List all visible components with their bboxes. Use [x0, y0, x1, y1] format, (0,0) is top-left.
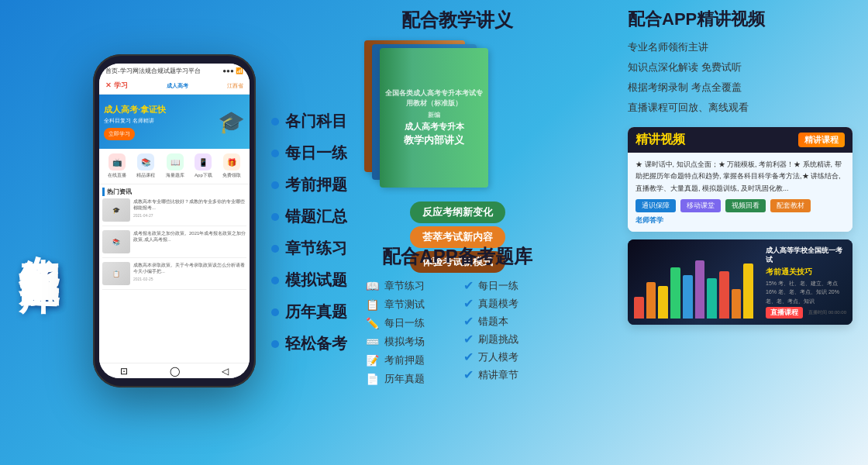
banner-title: 成人高考·拿证快 — [104, 104, 218, 115]
app-features: 专业名师领衔主讲 知识点深化解读 免费试听 根据考纲录制 考点全覆盖 直播课程可… — [628, 37, 852, 118]
bar-6 — [695, 260, 705, 319]
banner-btn[interactable]: 立即学习 — [104, 128, 135, 140]
phone-nav-text: 首页-学习网法规合规试题学习平台 — [105, 67, 201, 75]
bullet-item-1: 各门科目 — [271, 111, 347, 132]
bullet-dot-8 — [271, 340, 279, 348]
phone-mockup: 首页-学习网法规合规试题学习平台 ●●● 📶 ✕ 学习 成人高考 江西省 成人高… — [93, 16, 264, 450]
check-icon-1: ✔ — [463, 278, 474, 293]
bullet-item-7: 历年真题 — [271, 301, 347, 322]
phone-icon-app[interactable]: 📱 App下载 — [195, 153, 212, 179]
phone-product: 成人高考 — [167, 82, 188, 90]
bullet-dot-3 — [271, 181, 279, 189]
check-icon-2: ✔ — [463, 296, 474, 311]
exam-item-5: 📝 考前押题 — [364, 351, 451, 370]
phone-news-section: 热门资讯 🎓 成教高本专业哪些比较好？成教的专业多你的专业哪些都能报考... 2… — [99, 184, 250, 363]
bullet-item-8: 轻松备考 — [271, 333, 347, 354]
bar-1 — [634, 297, 644, 319]
exam-check-3: ✔ 错题本 — [463, 312, 550, 330]
exam-check-1: ✔ 每日一练 — [463, 277, 550, 294]
news-title: 热门资讯 — [102, 188, 246, 196]
exam-grid: 📖 章节练习 📋 章节测试 ✏️ 每日一练 ⌨️ 模拟考场 📝 考前押题 📄 — [364, 277, 550, 388]
news-text-2: 成考报名政策之加分政策。2021年成考报名政策之加分政策,成人高考报... — [133, 230, 246, 253]
phone-nav-bar: ✕ 学习 成人高考 江西省 — [99, 78, 250, 95]
bullet-dot-4 — [271, 213, 279, 221]
exam-icon-1: 📖 — [364, 278, 380, 294]
exam-check-4: ✔ 刷题挑战 — [463, 330, 550, 348]
bar-5 — [683, 275, 693, 319]
feature-3: 根据考纲录制 考点全覆盖 — [628, 78, 852, 98]
textbook-section: 配合教学讲义 全国各类成人高考专升本考试专用教材（标准版） 新编 成人高考专升本… — [364, 8, 550, 273]
bullet-dot-2 — [271, 150, 279, 157]
news-thumb-1: 🎓 — [102, 198, 130, 222]
phone-region: 江西省 — [227, 82, 243, 90]
live-title: 成人高等学校全国统一考试 — [766, 246, 846, 265]
tag-1[interactable]: 通识保障 — [636, 199, 676, 212]
bar-7 — [707, 278, 717, 319]
exam-item-6: 📄 历年真题 — [364, 370, 451, 388]
banner-sub: 全科目复习 名师精讲 — [104, 117, 218, 125]
tag-3[interactable]: 视频回看 — [725, 199, 766, 212]
exam-icon-3: ✏️ — [364, 315, 380, 331]
exam-icon-4: ⌨️ — [364, 334, 380, 350]
bar-4 — [670, 267, 680, 319]
teacher-label: 老师答学 — [636, 215, 845, 226]
feature-1: 专业名师领衔主讲 — [628, 37, 852, 57]
live-text: 15% 考、社、老、建立、考点 16% 老、老、考点、知识 20% 老、老、考点… — [766, 279, 846, 305]
tag-4[interactable]: 配套教材 — [770, 199, 811, 212]
bottom-circle[interactable]: ◯ — [170, 366, 180, 377]
phone-icon-course[interactable]: 📚 精品课程 — [136, 153, 155, 179]
phone-icons-row: 📺 在线直播 📚 精品课程 📖 海量题库 📱 App下载 🎁 免费 — [99, 149, 250, 184]
exam-icon-2: 📋 — [364, 297, 380, 312]
bottom-home[interactable]: ⊡ — [120, 366, 128, 377]
news-item-3[interactable]: 📋 成教高本录取政策。关于今考录取政策该怎么分析请看今天小编手把... 2021… — [102, 262, 246, 290]
phone-icon-live[interactable]: 📺 在线直播 — [108, 153, 126, 179]
check-icon-5: ✔ — [463, 350, 474, 364]
phone-status-bar: 首页-学习网法规合规试题学习平台 ●●● 📶 — [99, 64, 250, 78]
check-icon-4: ✔ — [463, 332, 474, 346]
phone-signal: ●●● 📶 — [222, 67, 243, 74]
book-layer-main: 全国各类成人高考专升本考试专用教材（标准版） 新编 成人高考专升本 教学内部讲义 — [380, 48, 488, 188]
bullet-item-6: 模拟试题 — [271, 270, 347, 291]
banner-icon: 🎓 — [218, 109, 245, 135]
exam-bank-section: 配合APP备考题库 📖 章节练习 📋 章节测试 ✏️ 每日一练 ⌨️ 模拟考场 … — [364, 244, 550, 388]
news-item-1[interactable]: 🎓 成教高本专业哪些比较好？成教的专业多你的专业哪些都能报考... 2021-0… — [102, 198, 246, 226]
video-card-title: 精讲视频 — [636, 132, 685, 148]
bar-8 — [719, 271, 729, 319]
live-card-bg: 成人高等学校全国统一考试 考前通关技巧 15% 考、社、老、建立、考点 16% … — [628, 239, 852, 325]
bottom-back[interactable]: ◁ — [222, 366, 229, 377]
exam-section-title: 配合APP备考题库 — [364, 244, 550, 269]
bullet-dot-1 — [271, 118, 279, 126]
exam-icon-5: 📝 — [364, 353, 380, 368]
check-icon-3: ✔ — [463, 314, 474, 329]
news-thumb-3: 📋 — [102, 262, 130, 285]
news-item-2[interactable]: 📚 成考报名政策之加分政策。2021年成考报名政策之加分政策,成人高考报... — [102, 230, 246, 258]
bar-10 — [743, 264, 753, 319]
exam-check-5: ✔ 万人模考 — [463, 348, 550, 366]
bullet-dot-6 — [271, 277, 279, 284]
video-card: 精讲视频 精讲课程 ★ 课时话中, 知识点全面；★ 万能模板, 考前利器！★ 系… — [628, 127, 852, 232]
phone-hero-banner: 成人高考·拿证快 全科目复习 名师精讲 立即学习 🎓 — [99, 95, 250, 149]
bullet-item-3: 考前押题 — [271, 174, 347, 195]
exam-check-2: ✔ 真题模考 — [463, 294, 550, 312]
exam-check-6: ✔ 精讲章节 — [463, 366, 550, 384]
news-thumb-2: 📚 — [102, 230, 130, 253]
book-stack: 全国各类成人高考专升本考试专用教材（标准版） 新编 成人高考专升本 教学内部讲义 — [364, 40, 504, 195]
tag-2[interactable]: 移动课堂 — [680, 199, 721, 212]
video-card-badge: 精讲课程 — [798, 133, 845, 147]
phone-icon-free[interactable]: 🎁 免费领取 — [222, 153, 241, 179]
bar-3 — [658, 286, 668, 319]
video-card-body: ★ 课时话中, 知识点全面；★ 万能模板, 考前利器！★ 系统精讲, 帮助把握历… — [628, 153, 852, 232]
feature-bullet-list: 各门科目 每日一练 考前押题 错题汇总 章节练习 模拟试题 历年真题 轻松备考 — [271, 111, 347, 354]
news-text-1: 成教高本专业哪些比较好？成教的专业多你的专业哪些都能报考... 2021-04-… — [133, 198, 246, 222]
book-title: 全国各类成人高考专升本考试专用教材（标准版） 新编 成人高考专升本 教学内部讲义 — [380, 85, 488, 150]
feature-2: 知识点深化解读 免费试听 — [628, 57, 852, 78]
video-card-header: 精讲视频 精讲课程 — [628, 127, 852, 153]
bullet-dot-5 — [271, 245, 279, 253]
exam-icon-6: 📄 — [364, 371, 380, 387]
bullet-item-4: 错题汇总 — [271, 206, 347, 227]
exam-item-1: 📖 章节练习 — [364, 277, 451, 295]
video-card-desc: ★ 课时话中, 知识点全面；★ 万能模板, 考前利器！★ 系统精讲, 帮助把握历… — [636, 159, 845, 195]
bullet-item-2: 每日一练 — [271, 143, 347, 164]
phone-icon-bank[interactable]: 📖 海量题库 — [166, 153, 184, 179]
phone-logo: ✕ 学习 — [105, 81, 128, 91]
